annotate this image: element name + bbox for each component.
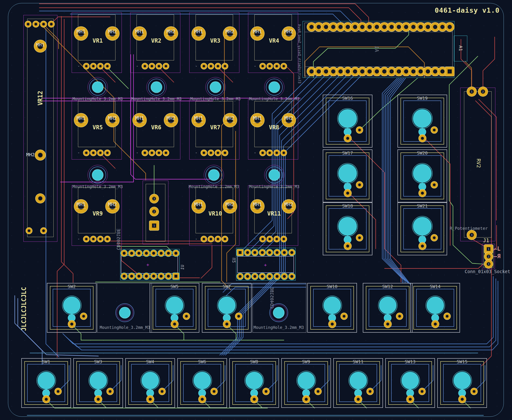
switch-pad-1[interactable]: [344, 189, 351, 197]
switch-pad-2[interactable]: [444, 313, 450, 320]
pot-pin-pad[interactable]: [222, 236, 228, 242]
dip-pad[interactable]: [136, 250, 142, 256]
switch-hole[interactable]: [349, 372, 367, 389]
pot-pin-pad[interactable]: [156, 150, 162, 156]
dip-pad[interactable]: [121, 273, 127, 279]
pot-pin-pad[interactable]: [215, 63, 221, 69]
mounting-hole[interactable]: [210, 82, 221, 92]
switch-pad-2[interactable]: [396, 313, 403, 320]
switch-pad-2[interactable]: [315, 388, 321, 395]
dip-pad[interactable]: [143, 250, 150, 256]
switch-pad-2[interactable]: [159, 388, 165, 395]
pot-pin-pad[interactable]: [90, 63, 96, 69]
mh-pad-mh2[interactable]: [35, 150, 45, 160]
switch-pad-1[interactable]: [329, 321, 336, 328]
dip-pad[interactable]: [143, 273, 150, 279]
switch-pad-2[interactable]: [183, 313, 190, 320]
rv2-pad-2[interactable]: 2: [478, 87, 488, 96]
trace[interactable]: [483, 37, 495, 91]
pot-pin-pad[interactable]: [163, 63, 169, 69]
dip-pad[interactable]: [259, 273, 266, 280]
pot-pin-pad[interactable]: [274, 63, 280, 69]
mounting-hole[interactable]: [269, 82, 280, 92]
switch-pad-1[interactable]: [419, 242, 426, 250]
switch-hole[interactable]: [89, 372, 107, 389]
dip-pad[interactable]: [173, 250, 179, 256]
pot-pin-pad[interactable]: [163, 150, 169, 156]
pot-pin-pad[interactable]: [208, 150, 214, 156]
dip-pad[interactable]: [128, 273, 135, 279]
pot-pin-pad[interactable]: [201, 63, 207, 69]
switch-hole[interactable]: [323, 297, 341, 314]
switch-pad-2[interactable]: [80, 313, 87, 320]
vr12-pin-pad[interactable]: [25, 21, 31, 27]
trace[interactable]: [15, 296, 42, 365]
pot-pin-pad[interactable]: [201, 236, 207, 242]
switch-pad-1[interactable]: [251, 396, 258, 403]
pot-pin-pad[interactable]: [142, 63, 148, 69]
pot-pin-pad[interactable]: [281, 236, 287, 242]
j1-pad-3[interactable]: 3: [484, 260, 493, 268]
pot-pin-pad[interactable]: [104, 150, 110, 156]
switch-hole[interactable]: [427, 297, 444, 314]
switch-pad-1[interactable]: [303, 396, 310, 403]
mounting-hole[interactable]: [208, 170, 219, 180]
switch-pad-1[interactable]: [432, 321, 439, 328]
pot-pin-pad[interactable]: [281, 150, 287, 156]
switch-hole[interactable]: [338, 217, 357, 236]
dip-pad[interactable]: [158, 250, 164, 256]
pot-pin-pad[interactable]: [274, 236, 280, 242]
switch-pad-1[interactable]: [459, 396, 466, 403]
switch-pad-1[interactable]: [407, 396, 414, 403]
dip-pad[interactable]: [289, 273, 295, 280]
switch-pad-2[interactable]: [356, 127, 363, 133]
pot-pin-pad[interactable]: [222, 63, 228, 69]
switch-hole[interactable]: [297, 372, 315, 389]
switch-pad-2[interactable]: [431, 234, 438, 241]
switch-pad-1[interactable]: [68, 321, 75, 328]
switch-hole[interactable]: [413, 217, 432, 236]
mounting-hole[interactable]: [269, 170, 280, 180]
dip-pad[interactable]: [121, 250, 127, 256]
switch-hole[interactable]: [338, 109, 357, 128]
mounting-hole[interactable]: [151, 82, 162, 92]
switch-pad-2[interactable]: [431, 127, 438, 133]
switch-pad-1[interactable]: [344, 242, 351, 250]
conn3-pad-1[interactable]: 1: [149, 221, 159, 230]
pot-pin-pad[interactable]: [97, 150, 103, 156]
pot-pin-pad[interactable]: [97, 236, 103, 242]
pot-pin-pad[interactable]: [215, 236, 221, 242]
dip-pad[interactable]: [281, 273, 288, 280]
vr12-pin-pad[interactable]: [33, 21, 39, 27]
pot-pin-pad[interactable]: [222, 150, 228, 156]
mounting-hole[interactable]: [92, 82, 103, 92]
switch-pad-1[interactable]: [355, 396, 362, 403]
switch-pad-1[interactable]: [384, 321, 391, 328]
pot-pin-pad[interactable]: [267, 236, 273, 242]
dip-pad[interactable]: [128, 250, 135, 256]
conn3-pad-3[interactable]: 3: [150, 194, 159, 203]
dip-pad[interactable]: [158, 273, 164, 279]
switch-hole[interactable]: [413, 109, 432, 128]
dip-pad[interactable]: [252, 273, 258, 280]
dip-pad[interactable]: [165, 250, 172, 256]
switch-hole[interactable]: [166, 297, 183, 314]
header-pad-1[interactable]: 1: [445, 67, 454, 76]
switch-pad-1[interactable]: [419, 189, 426, 197]
pot-pin-pad[interactable]: [274, 150, 280, 156]
dip-pad[interactable]: [274, 273, 280, 280]
switch-hole[interactable]: [413, 164, 432, 183]
trace[interactable]: [201, 246, 212, 278]
switch-pad-1[interactable]: [147, 396, 154, 403]
dip-pad[interactable]: [289, 249, 295, 256]
dip-pad[interactable]: [281, 249, 288, 256]
pot-pin-pad[interactable]: [215, 150, 221, 156]
dip-pad[interactable]: [150, 250, 157, 256]
vr12-pin-pad[interactable]: [48, 21, 54, 27]
dip-pad[interactable]: [274, 249, 280, 256]
switch-pad-2[interactable]: [107, 388, 113, 395]
switch-pad-2[interactable]: [211, 388, 217, 395]
pot-pin-pad[interactable]: [90, 236, 96, 242]
dip-pad[interactable]: [237, 273, 243, 280]
pot-pin-pad[interactable]: [104, 63, 110, 69]
